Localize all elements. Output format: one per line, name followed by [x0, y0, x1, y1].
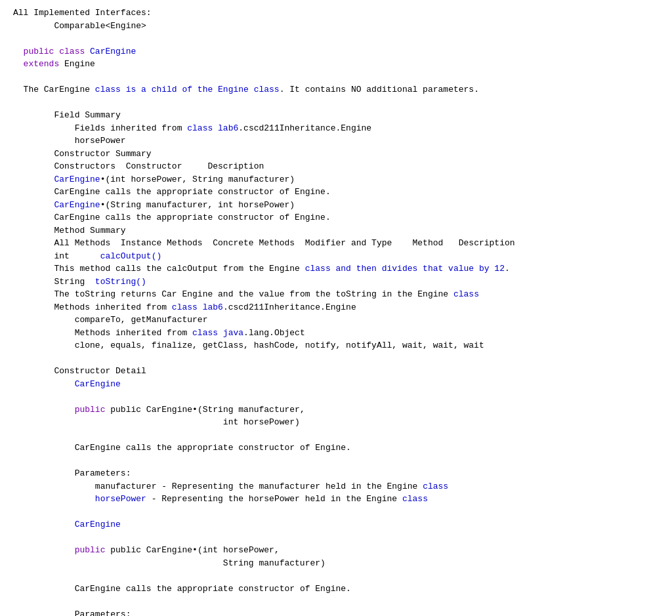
- constructor2-detail-sig1: public CarEngine: [110, 545, 192, 555]
- constructor1-detail-sig1: public CarEngine: [110, 405, 192, 415]
- methods-inherited-link[interactable]: class lab6: [172, 302, 223, 312]
- method1-desc-link[interactable]: class and then divides that value by 12: [305, 264, 505, 274]
- constructor1-link[interactable]: CarEngine: [54, 175, 100, 184]
- method1-type: int: [54, 251, 69, 261]
- method1-link[interactable]: calcOutput(): [100, 251, 162, 261]
- parameters1-label: Parameters:: [75, 468, 131, 478]
- constructor2-detail-desc: CarEngine calls the appropriate construc…: [75, 584, 351, 594]
- constructor2-sig: (String manufacturer, int horsePower): [105, 200, 295, 210]
- constructor1-detail-desc: CarEngine calls the appropriate construc…: [75, 443, 351, 453]
- constructor2-detail-sig2: (int horsePower,: [198, 545, 280, 555]
- param1b-desc: - Representing the horsePower held in th…: [146, 494, 402, 504]
- constructor1-detail-public: public: [75, 405, 106, 415]
- param1b-link[interactable]: class: [402, 494, 428, 504]
- constructor2-link[interactable]: CarEngine: [54, 200, 100, 210]
- class-description-start: The CarEngine: [24, 85, 95, 94]
- all-implemented-interfaces-label: All Implemented Interfaces:: [13, 8, 152, 18]
- methods-inherited2-label: Methods inherited from: [75, 328, 192, 338]
- constructor1-detail-dot: •: [192, 405, 198, 415]
- constructor-detail-header: Constructor Detail: [54, 366, 146, 376]
- constructor2-desc: CarEngine calls the appropriate construc…: [54, 213, 330, 222]
- constructors-table-header: Constructors Constructor Description: [54, 161, 264, 171]
- horse-power-field: horsePower: [75, 136, 126, 146]
- methods-inherited2-list: clone, equals, finalize, getClass, hashC…: [75, 340, 484, 350]
- method-summary-header: Method Summary: [54, 226, 125, 236]
- method2-desc-link[interactable]: class: [453, 289, 479, 299]
- public-keyword: public: [24, 47, 54, 56]
- constructor-summary-header: Constructor Summary: [54, 149, 151, 159]
- methods-inherited-label: Methods inherited from: [54, 302, 171, 312]
- documentation-body: All Implemented Interfaces: Comparable<E…: [13, 7, 659, 616]
- methods-inherited-list: compareTo, getManufacturer: [75, 315, 208, 325]
- parameters2-label: Parameters:: [75, 609, 131, 617]
- class-keyword: class: [59, 47, 85, 56]
- fields-inherited-path: .cscd211Inheritance.Engine: [238, 123, 371, 133]
- constructor2-detail-public: public: [75, 545, 106, 555]
- extends-keyword: extends: [24, 59, 60, 69]
- param1a-desc: - Representing the manufacturer held in …: [156, 482, 423, 491]
- methods-table-header: All Methods Instance Methods Concrete Me…: [54, 238, 514, 248]
- constructor1-detail-sig3: int horsePower): [156, 417, 299, 427]
- method1-desc1: This method calls the calcOutput from th…: [54, 264, 304, 274]
- param1a-link[interactable]: class: [423, 482, 448, 491]
- fields-inherited-link[interactable]: class lab6: [187, 123, 238, 133]
- method2-desc1: The toString returns Car Engine and the …: [54, 289, 453, 299]
- methods-inherited2-link[interactable]: class java: [192, 328, 243, 338]
- field-summary-header: Field Summary: [54, 110, 120, 120]
- constructor1-detail-sig2: (String manufacturer,: [198, 405, 305, 415]
- extends-target: Engine: [64, 59, 95, 69]
- constructor2-detail-sig3: String manufacturer): [156, 558, 325, 568]
- comparable-text: Comparable<Engine>: [54, 21, 146, 31]
- class-description-end: . It contains NO additional parameters.: [280, 85, 479, 94]
- methods-inherited-path: .cscd211Inheritance.Engine: [223, 302, 356, 312]
- class-name: CarEngine: [90, 47, 136, 56]
- param1a-name: manufacturer: [95, 482, 157, 491]
- methods-inherited2-path: .lang.Object: [243, 328, 305, 338]
- class-description-link[interactable]: class is a child of the Engine class: [95, 85, 280, 94]
- constructor1-detail-name[interactable]: CarEngine: [75, 379, 121, 389]
- constructor1-sig: (int horsePower, String manufacturer): [105, 175, 295, 184]
- fields-inherited-label: Fields inherited from: [75, 123, 188, 133]
- main-content: All Implemented Interfaces: Comparable<E…: [13, 7, 659, 616]
- constructor2-detail-name[interactable]: CarEngine: [75, 520, 121, 529]
- constructor2-detail-dot: •: [192, 545, 198, 555]
- method2-type: String: [54, 277, 85, 287]
- constructor1-desc: CarEngine calls the appropriate construc…: [54, 187, 330, 197]
- method1-desc-end: .: [505, 264, 510, 274]
- method2-link[interactable]: toString(): [95, 277, 146, 287]
- param1b-name[interactable]: horsePower: [95, 494, 146, 504]
